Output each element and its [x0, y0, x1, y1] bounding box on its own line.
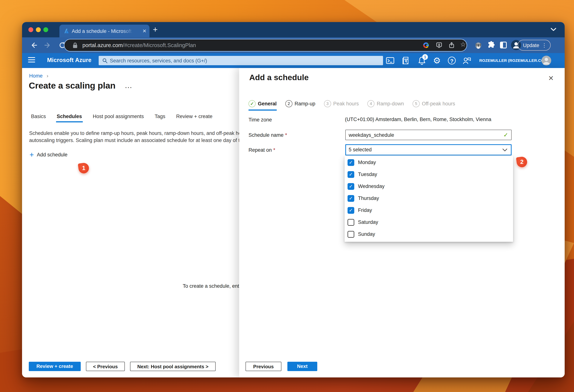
schedule-hint-text: To create a schedule, enter — [183, 283, 239, 289]
install-icon[interactable] — [436, 42, 442, 48]
create-scaling-plan-page: Home › Create a scaling plan ··· Basics … — [22, 68, 239, 377]
bookmark-star-icon[interactable]: ☆ — [460, 41, 467, 47]
notification-count-badge: 1 — [422, 54, 428, 60]
step-peak-hours: 3 Peak hours — [324, 100, 359, 111]
forward-icon[interactable] — [44, 41, 52, 49]
panel-next-button[interactable]: Next — [287, 362, 317, 371]
search-input[interactable] — [109, 56, 372, 66]
notifications-bell[interactable]: 1 — [417, 56, 426, 65]
azure-search-box[interactable] — [99, 56, 383, 65]
step-off-peak-hours: 5 Off-peak hours — [412, 100, 455, 111]
add-schedule-label: Add schedule — [37, 152, 67, 158]
review-create-button[interactable]: Review + create — [29, 362, 81, 371]
option-monday[interactable]: ✓ Monday — [345, 157, 513, 168]
schedule-name-input[interactable] — [348, 130, 497, 140]
browser-tabstrip: Add a schedule - Microsoft Azu ✕ + — [22, 22, 565, 37]
chevron-down-icon — [502, 148, 508, 152]
required-asterisk: * — [273, 147, 275, 153]
page-title: Create a scaling plan — [29, 80, 116, 91]
next-host-pool-button[interactable]: Next: Host pool assignments > — [130, 362, 216, 371]
browser-window: Add a schedule - Microsoft Azu ✕ + porta… — [22, 22, 565, 377]
subscription-filter-icon[interactable] — [402, 56, 411, 65]
tab-search-chevron-icon[interactable] — [551, 28, 556, 31]
option-wednesday[interactable]: ✓ Wednesday — [345, 181, 513, 192]
account-name[interactable]: ROZEMULLER (ROZEMULLER.COM) — [479, 58, 549, 63]
checkbox-checked[interactable]: ✓ — [348, 195, 354, 202]
description-line-1: Schedules enable you to define ramp-up h… — [29, 130, 239, 137]
checkbox-unchecked[interactable] — [348, 219, 354, 226]
help-icon[interactable]: ? — [447, 56, 456, 65]
window-zoom-button[interactable] — [43, 27, 48, 32]
url-domain: portal.azure.com — [82, 42, 123, 48]
url-text: portal.azure.com/#create/Microsoft.Scali… — [82, 42, 196, 48]
option-tuesday[interactable]: ✓ Tuesday — [345, 168, 513, 181]
panel-previous-button[interactable]: Previous — [246, 362, 281, 371]
tab-close-icon[interactable]: ✕ — [142, 28, 146, 34]
update-button[interactable]: Update⋮ — [518, 40, 551, 51]
new-tab-button[interactable]: + — [153, 25, 158, 34]
url-path: /#create/Microsoft.ScalingPlan — [123, 42, 196, 48]
tab-review-create[interactable]: Review + create — [176, 114, 212, 122]
repeat-on-label: Repeat on* — [248, 147, 275, 153]
step-general[interactable]: ✓ General — [248, 100, 277, 111]
window-minimize-button[interactable] — [36, 27, 41, 32]
settings-gear-icon[interactable]: ⚙ — [432, 56, 441, 65]
add-schedule-link[interactable]: + Add schedule — [30, 151, 67, 158]
breadcrumb-home-link[interactable]: Home — [29, 73, 42, 79]
tab-basics[interactable]: Basics — [31, 114, 46, 122]
repeat-on-dropdown[interactable]: 5 selected — [345, 144, 512, 155]
panel-title: Add a schedule — [249, 73, 309, 82]
schedule-name-field[interactable]: ✓ — [345, 130, 512, 140]
add-schedule-panel: Add a schedule ✕ ✓ General 2 Ramp-up 3 P… — [239, 68, 565, 377]
azure-header: Microsoft Azure 1 ⚙ ? — [22, 53, 565, 68]
panel-close-icon[interactable]: ✕ — [548, 74, 554, 82]
search-icon — [102, 58, 108, 63]
azure-brand[interactable]: Microsoft Azure — [47, 57, 92, 63]
tab-host-pool-assignments[interactable]: Host pool assignments — [93, 114, 144, 122]
option-friday[interactable]: ✓ Friday — [345, 205, 513, 216]
required-asterisk: * — [285, 132, 287, 138]
checkbox-unchecked[interactable] — [348, 231, 354, 238]
browser-menu-kebab-icon[interactable]: ⋮ — [542, 40, 547, 51]
tab-title: Add a schedule - Microsoft Azu — [72, 28, 133, 34]
checkbox-checked[interactable]: ✓ — [348, 207, 354, 214]
annotation-badge-1: 1 — [78, 162, 89, 174]
portal-content: Home › Create a scaling plan ··· Basics … — [22, 68, 565, 377]
cloud-shell-icon[interactable] — [386, 56, 395, 65]
step-check-icon: ✓ — [248, 100, 256, 107]
checkbox-checked[interactable]: ✓ — [348, 159, 354, 166]
option-saturday[interactable]: Saturday — [345, 216, 513, 228]
window-close-button[interactable] — [28, 27, 33, 32]
wizard-tabs: Basics Schedules Host pool assignments T… — [31, 114, 212, 122]
tab-schedules[interactable]: Schedules — [57, 114, 82, 122]
extensions-puzzle-icon[interactable] — [487, 41, 495, 49]
browser-tab-active[interactable]: Add a schedule - Microsoft Azu ✕ — [60, 25, 149, 37]
raccoon-extension-icon[interactable] — [474, 41, 483, 49]
option-sunday[interactable]: Sunday — [345, 228, 513, 240]
previous-button[interactable]: < Previous — [86, 362, 125, 371]
step-ramp-up[interactable]: 2 Ramp-up — [285, 100, 315, 111]
page-context-menu-icon[interactable]: ··· — [125, 84, 132, 91]
step-ramp-down: 4 Ramp-down — [367, 100, 404, 111]
tab-tags[interactable]: Tags — [155, 114, 165, 122]
hamburger-menu-icon[interactable] — [28, 57, 35, 64]
breadcrumb: Home › — [29, 73, 48, 79]
azure-favicon-icon — [63, 28, 69, 34]
option-thursday[interactable]: ✓ Thursday — [345, 192, 513, 205]
timezone-label: Time zone — [248, 117, 272, 123]
lock-icon — [73, 42, 78, 48]
update-label: Update — [523, 42, 539, 48]
feedback-icon[interactable] — [462, 56, 471, 65]
back-icon[interactable] — [30, 41, 37, 49]
share-icon[interactable] — [449, 42, 455, 48]
google-icon[interactable] — [423, 42, 429, 48]
checkbox-checked[interactable]: ✓ — [348, 183, 354, 190]
account-avatar[interactable] — [541, 56, 551, 65]
browser-toolbar: portal.azure.com/#create/Microsoft.Scali… — [22, 37, 565, 53]
sidebar-toggle-icon[interactable] — [500, 41, 507, 49]
repeat-on-value: 5 selected — [349, 147, 372, 153]
url-bar[interactable]: portal.azure.com/#create/Microsoft.Scali… — [64, 40, 467, 51]
question-mark: ? — [448, 57, 456, 64]
checkbox-checked[interactable]: ✓ — [348, 171, 354, 178]
schedule-steps: ✓ General 2 Ramp-up 3 Peak hours 4 Ramp-… — [248, 100, 455, 111]
